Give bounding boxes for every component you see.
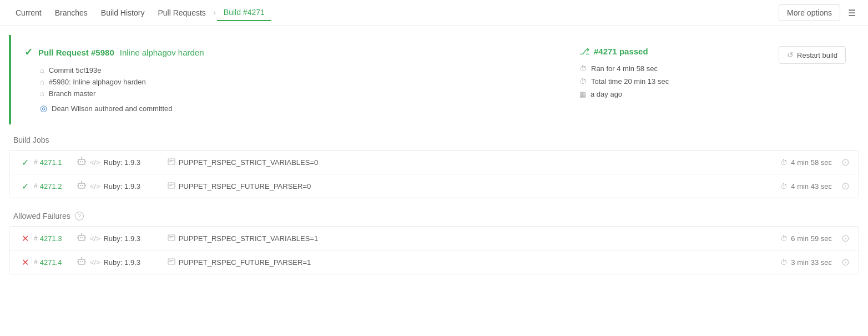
nav-branches[interactable]: Branches [48,5,94,21]
job-duration-label: 6 min 59 sec [791,234,832,243]
table-row[interactable]: ✕ # 4271.3 </> Ruby: 1.9.3 [9,227,859,250]
job-duration: ⏱ 4 min 43 sec [760,182,832,190]
job-env: PUPPET_RSPEC_FUTURE_PARSER=1 [168,258,760,267]
svg-rect-1 [80,161,81,162]
table-row[interactable]: ✕ # 4271.4 </> Ruby: 1.9.3 [9,250,859,274]
job-action-icon[interactable]: ⊙ [832,156,850,168]
job-robot-icon [73,180,90,192]
svg-rect-2 [82,161,83,162]
svg-rect-30 [78,259,85,264]
date-icon: ▦ [579,90,586,98]
job-number-link[interactable]: 4271.3 [40,234,73,243]
job-env: PUPPET_RSPEC_FUTURE_PARSER=0 [168,182,760,190]
build-meta: ⌂ Commit 5cf193e ⌂ #5980: Inline alphago… [24,66,568,113]
nav-current[interactable]: Current [9,5,48,21]
job-status-icon: ✕ [18,233,32,244]
job-env-label: PUPPET_RSPEC_FUTURE_PARSER=1 [179,258,311,267]
job-action-icon[interactable]: ⊙ [832,180,850,192]
env-icon [168,234,175,243]
job-duration: ⏱ 4 min 58 sec [760,158,832,167]
svg-rect-8 [169,160,174,161]
job-status-icon: ✓ [18,157,32,168]
restart-build-button[interactable]: ↺ Restart build [779,46,846,64]
ran-for-icon: ⏱ [579,64,587,73]
svg-rect-11 [80,185,81,186]
env-icon [168,182,175,190]
build-title-row: ✓ Pull Request #5980 Inline alphagov har… [24,46,568,58]
job-hash-symbol: # [34,258,38,266]
svg-rect-39 [169,261,172,262]
job-language: </> Ruby: 1.9.3 [90,258,168,267]
allowed-jobs-table: ✕ # 4271.3 </> Ruby: 1.9.3 [9,226,859,274]
allowed-failures-help-icon[interactable]: ? [75,212,84,220]
commit-hash: Commit 5cf193e [49,66,102,74]
nav-actions: More options ☰ [779,4,859,21]
job-env-label: PUPPET_RSPEC_FUTURE_PARSER=0 [179,182,311,190]
svg-rect-9 [169,161,172,162]
table-row[interactable]: ✓ # 4271.1 </> Ruby: 1.9.3 [9,151,859,174]
job-lang-label: Ruby: 1.9.3 [103,258,140,267]
build-jobs-label: Build Jobs [13,136,49,144]
nav-build-4271[interactable]: Build #4271 [217,4,271,21]
build-jobs-header: Build Jobs [0,124,868,150]
nav-build-history[interactable]: Build History [94,5,152,21]
build-status-row: ⎇ #4271 passed [579,46,746,57]
commit-icon: ⌂ [40,66,44,74]
job-duration: ⏱ 3 min 33 sec [760,258,832,267]
job-action-icon[interactable]: ⊙ [832,256,850,268]
svg-point-14 [81,181,82,182]
job-lang-label: Ruby: 1.9.3 [103,158,140,167]
svg-rect-22 [82,237,83,238]
job-status-icon: ✓ [18,181,32,192]
svg-rect-38 [169,260,174,260]
job-hash-symbol: # [34,234,38,242]
job-language: </> Ruby: 1.9.3 [90,234,168,243]
more-options-button[interactable]: More options [779,4,840,21]
svg-rect-20 [78,235,85,240]
nav-items: Current Branches Build History Pull Requ… [9,4,779,21]
svg-rect-29 [169,237,172,238]
job-env-label: PUPPET_RSPEC_STRICT_VARIABLES=1 [179,234,319,243]
restart-icon: ↺ [787,51,794,59]
job-env: PUPPET_RSPEC_STRICT_VARIABLES=1 [168,234,760,243]
hamburger-icon[interactable]: ☰ [845,6,859,21]
ran-for-value: Ran for 4 min 58 sec [591,64,658,73]
breadcrumb-chevron: › [214,9,216,17]
ran-for-row: ⏱ Ran for 4 min 58 sec [579,64,746,73]
clock-icon: ⏱ [780,182,788,190]
pr-title: Inline alphagov harden [120,48,204,57]
svg-rect-19 [169,185,172,185]
build-status-label: #4271 passed [594,47,648,56]
job-action-icon[interactable]: ⊙ [832,232,850,244]
svg-point-4 [81,157,82,158]
build-info-panel: ✓ Pull Request #5980 Inline alphagov har… [9,35,859,124]
job-number-link[interactable]: 4271.4 [40,258,73,267]
clock-icon: ⏱ [780,158,788,167]
restart-label: Restart build [797,51,837,59]
build-jobs-table: ✓ # 4271.1 </> Ruby: 1.9.3 [9,150,859,198]
svg-point-24 [81,233,82,234]
svg-point-34 [81,257,82,258]
author-icon: ◎ [40,103,47,113]
job-language: </> Ruby: 1.9.3 [90,182,168,190]
job-duration-label: 3 min 33 sec [791,258,832,267]
job-robot-icon [73,157,90,168]
branch-name: Branch master [49,89,96,98]
branch-row: ⌂ Branch master [40,89,568,98]
table-row[interactable]: ✓ # 4271.2 </> Ruby: 1.9.3 [9,174,859,198]
svg-rect-18 [169,184,174,184]
date-row: ▦ a day ago [579,90,746,98]
svg-rect-21 [80,237,81,238]
svg-rect-32 [82,261,83,262]
job-robot-icon [73,257,90,268]
build-actions: ↺ Restart build [746,46,846,64]
pr-ref: #5980: Inline alphagov harden [49,78,146,86]
env-icon [168,158,175,167]
pr-ref-icon: ⌂ [40,78,44,86]
job-number-link[interactable]: 4271.2 [40,182,73,190]
svg-rect-31 [80,261,81,262]
job-env-label: PUPPET_RSPEC_STRICT_VARIABLES=0 [179,158,319,167]
nav-pull-requests[interactable]: Pull Requests [151,5,212,21]
job-number-link[interactable]: 4271.1 [40,158,73,167]
pr-number-link[interactable]: Pull Request #5980 [38,48,114,57]
